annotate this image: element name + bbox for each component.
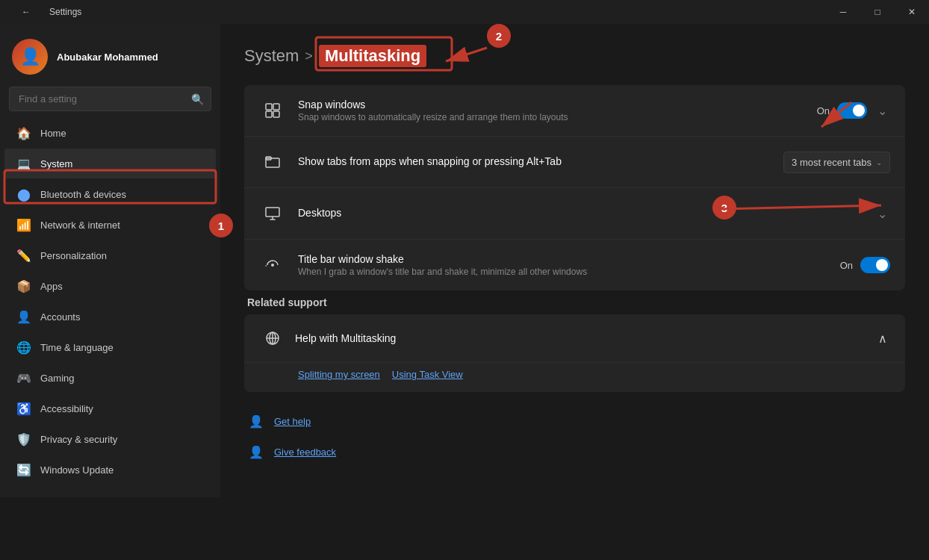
sidebar-item-accounts[interactable]: 👤 Accounts xyxy=(4,302,216,332)
apps-icon: 📦 xyxy=(16,279,31,293)
breadcrumb-system: System xyxy=(244,46,299,66)
desktops-title: Desktops xyxy=(298,207,874,219)
sidebar-item-system[interactable]: 💻 System xyxy=(4,149,216,178)
sidebar-item-label: Privacy & security xyxy=(40,434,117,445)
sidebar: 👤 Abubakar Mohammed 🔍 🏠 Home 💻 System xyxy=(0,24,220,497)
desktops-expand[interactable]: ⌄ xyxy=(874,204,890,224)
title-bar-shake-toggle-label: On xyxy=(840,260,853,271)
personalization-icon: ✏️ xyxy=(16,248,31,263)
sidebar-item-network[interactable]: 📶 Network & internet xyxy=(4,210,216,240)
close-button[interactable]: ✕ xyxy=(895,0,929,24)
sidebar-item-label: Home xyxy=(40,128,66,139)
help-link-splitting[interactable]: Splitting my screen xyxy=(298,369,380,380)
give-feedback-row[interactable]: 👤 Give feedback xyxy=(244,438,905,467)
accessibility-icon: ♿ xyxy=(16,401,31,416)
bluetooth-icon: ⬤ xyxy=(16,187,31,202)
snap-windows-icon xyxy=(259,97,286,124)
help-row: Help with Multitasking ∧ Splitting my sc… xyxy=(244,314,905,392)
user-name: Abubakar Mohammed xyxy=(57,52,158,63)
titlebar: ← Settings ─ □ ✕ xyxy=(0,0,929,24)
give-feedback-link[interactable]: Give feedback xyxy=(274,447,336,458)
svg-point-21 xyxy=(271,264,274,267)
sidebar-item-label: Apps xyxy=(40,281,63,292)
snap-windows-row[interactable]: Snap windows Snap windows to automatical… xyxy=(244,85,905,137)
get-help-link[interactable]: Get help xyxy=(274,416,311,427)
time-icon: 🌐 xyxy=(16,340,31,355)
help-title: Help with Multitasking xyxy=(295,332,875,344)
sidebar-item-apps[interactable]: 📦 Apps xyxy=(4,271,216,301)
title-bar-shake-toggle[interactable] xyxy=(860,257,890,273)
desktops-info: Desktops xyxy=(298,207,874,220)
show-tabs-dropdown[interactable]: 3 most recent tabs ⌄ xyxy=(783,152,890,173)
chevron-down-icon: ⌄ xyxy=(876,158,882,167)
sidebar-item-label: Windows Update xyxy=(40,464,114,476)
maximize-button[interactable]: □ xyxy=(860,0,895,24)
desktops-row[interactable]: Desktops ⌄ xyxy=(244,188,905,240)
show-tabs-title: Show tabs from apps when snapping or pre… xyxy=(298,155,783,167)
title-bar-shake-row[interactable]: Title bar window shake When I grab a win… xyxy=(244,240,905,290)
get-help-icon: 👤 xyxy=(247,414,265,429)
sidebar-item-time[interactable]: 🌐 Time & language xyxy=(4,332,216,362)
search-icon: 🔍 xyxy=(191,93,204,105)
breadcrumb-separator: > xyxy=(305,49,313,64)
help-link-taskview[interactable]: Using Task View xyxy=(392,369,463,380)
minimize-button[interactable]: ─ xyxy=(826,0,860,24)
sidebar-item-privacy[interactable]: 🛡️ Privacy & security xyxy=(4,424,216,454)
snap-windows-toggle-label: On xyxy=(817,105,830,116)
svg-rect-15 xyxy=(273,111,279,117)
avatar: 👤 xyxy=(12,39,48,75)
snap-windows-desc: Snap windows to automatically resize and… xyxy=(298,112,817,122)
network-icon: 📶 xyxy=(16,217,31,232)
help-collapse-button[interactable]: ∧ xyxy=(875,329,890,349)
snap-windows-control: On ⌄ xyxy=(817,101,890,121)
snap-windows-toggle[interactable] xyxy=(837,102,867,119)
title-bar-shake-control: On xyxy=(840,257,890,273)
dropdown-label: 3 most recent tabs xyxy=(792,157,871,168)
system-icon: 💻 xyxy=(16,156,31,171)
svg-rect-18 xyxy=(266,208,279,217)
get-help-row[interactable]: 👤 Get help xyxy=(244,407,905,436)
home-icon: 🏠 xyxy=(16,125,31,140)
svg-rect-14 xyxy=(266,111,272,117)
show-tabs-icon xyxy=(259,149,286,175)
help-links: Splitting my screen Using Task View xyxy=(244,362,905,392)
title-bar-shake-title: Title bar window shake xyxy=(298,253,840,265)
accounts-icon: 👤 xyxy=(16,309,31,324)
title-bar-shake-info: Title bar window shake When I grab a win… xyxy=(298,253,840,277)
sidebar-item-update[interactable]: 🔄 Windows Update xyxy=(4,455,216,485)
sidebar-item-home[interactable]: 🏠 Home xyxy=(4,118,216,148)
settings-section: Snap windows Snap windows to automatical… xyxy=(244,85,905,290)
related-support-title: Related support xyxy=(244,296,905,308)
sidebar-nav: 🏠 Home 💻 System ⬤ Bluetooth & devices 📶 … xyxy=(0,117,220,485)
search-container: 🔍 xyxy=(9,87,211,111)
sidebar-item-label: Network & internet xyxy=(40,220,120,231)
help-header[interactable]: Help with Multitasking ∧ xyxy=(244,314,905,362)
title-bar-shake-icon xyxy=(259,252,286,279)
related-support-section: Related support Help with Multitasking xyxy=(244,296,905,392)
sidebar-item-bluetooth[interactable]: ⬤ Bluetooth & devices xyxy=(4,179,216,209)
sidebar-item-gaming[interactable]: 🎮 Gaming xyxy=(4,363,216,393)
breadcrumb-current: Multitasking xyxy=(319,45,426,67)
search-input[interactable] xyxy=(9,87,211,111)
svg-rect-12 xyxy=(266,104,272,110)
sidebar-item-label: System xyxy=(40,158,72,169)
privacy-icon: 🛡️ xyxy=(16,432,31,447)
sidebar-item-label: Time & language xyxy=(40,342,114,353)
user-profile[interactable]: 👤 Abubakar Mohammed xyxy=(0,24,220,87)
sidebar-item-accessibility[interactable]: ♿ Accessibility xyxy=(4,393,216,423)
sidebar-item-personalization[interactable]: ✏️ Personalization xyxy=(4,240,216,270)
give-feedback-icon: 👤 xyxy=(247,445,265,459)
help-globe-icon xyxy=(259,325,286,352)
snap-windows-expand[interactable]: ⌄ xyxy=(874,101,890,121)
breadcrumb: System > Multitasking xyxy=(244,45,905,67)
show-tabs-info: Show tabs from apps when snapping or pre… xyxy=(298,155,783,169)
svg-rect-13 xyxy=(273,104,279,110)
back-button[interactable]: ← xyxy=(9,0,43,24)
show-tabs-row[interactable]: Show tabs from apps when snapping or pre… xyxy=(244,137,905,188)
desktops-icon xyxy=(259,200,286,227)
show-tabs-control: 3 most recent tabs ⌄ xyxy=(783,152,890,173)
titlebar-title: Settings xyxy=(49,7,81,17)
sidebar-item-label: Accessibility xyxy=(40,403,93,414)
title-bar-shake-desc: When I grab a window's title bar and sha… xyxy=(298,267,840,277)
gaming-icon: 🎮 xyxy=(16,370,31,385)
